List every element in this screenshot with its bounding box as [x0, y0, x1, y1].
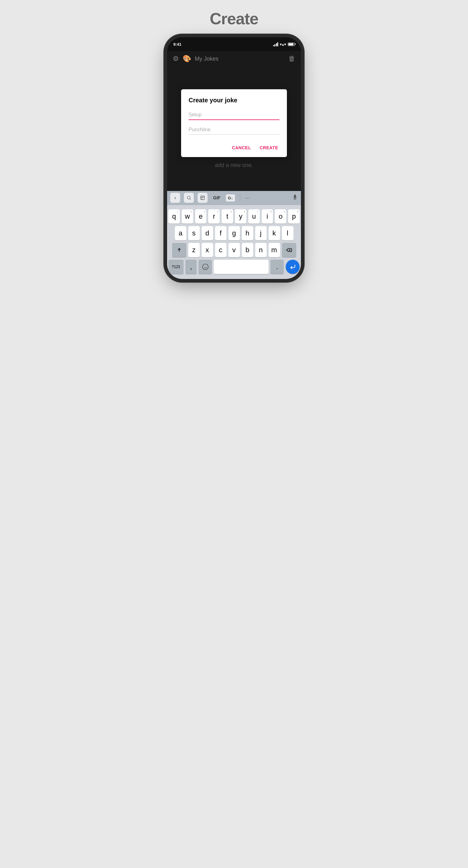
key-c[interactable]: c: [215, 243, 227, 257]
key-x[interactable]: x: [202, 243, 213, 257]
key-b[interactable]: b: [242, 243, 253, 257]
app-header: ⚙ 🎨 My Jokes 🗑: [167, 51, 301, 67]
key-w[interactable]: w2: [182, 209, 193, 224]
key-row-4: ?123 , .: [168, 260, 300, 274]
background-text: add a new one.: [215, 162, 253, 168]
keyboard: q1 w2 e3 r4 t5 y6 u7 i8 o9 p0 a s d f g …: [167, 205, 301, 279]
create-button[interactable]: CREATE: [258, 143, 280, 152]
battery-icon: [288, 42, 295, 46]
status-bar: 9:41 ▾▴▾: [167, 37, 301, 51]
key-t[interactable]: t5: [222, 209, 233, 224]
status-time: 9:41: [173, 42, 181, 46]
key-n[interactable]: n: [255, 243, 267, 257]
punchline-input[interactable]: [188, 125, 280, 135]
key-g[interactable]: g: [228, 226, 240, 240]
shift-key[interactable]: [172, 243, 186, 257]
svg-point-6: [202, 264, 208, 270]
key-h[interactable]: h: [242, 226, 253, 240]
svg-rect-2: [201, 196, 204, 200]
key-u[interactable]: u7: [248, 209, 260, 224]
key-d[interactable]: d: [202, 226, 213, 240]
space-key[interactable]: [214, 260, 268, 274]
key-p[interactable]: p0: [288, 209, 300, 224]
keyboard-rows: q1 w2 e3 r4 t5 y6 u7 i8 o9 p0 a s d f g …: [167, 208, 301, 278]
key-f[interactable]: f: [215, 226, 227, 240]
dialog-title: Create your joke: [188, 97, 280, 104]
key-v[interactable]: v: [228, 243, 240, 257]
app-title: My Jokes: [195, 56, 285, 62]
page-title: Create: [210, 9, 258, 28]
key-j[interactable]: j: [255, 226, 267, 240]
palette-icon[interactable]: 🎨: [183, 55, 191, 63]
key-q[interactable]: q1: [168, 209, 180, 224]
keyboard-toolbar: ‹ GIF G↓ ···: [167, 191, 301, 205]
key-row-1: q1 w2 e3 r4 t5 y6 u7 i8 o9 p0: [168, 209, 300, 224]
key-r[interactable]: r4: [208, 209, 220, 224]
keyboard-translate-button[interactable]: G↓: [226, 194, 235, 202]
dialog-actions: CANCEL CREATE: [188, 141, 280, 152]
key-o[interactable]: o9: [275, 209, 286, 224]
key-i[interactable]: i8: [262, 209, 273, 224]
wifi-icon: ▾▴▾: [280, 42, 286, 46]
signal-icon: [273, 42, 279, 46]
keyboard-gif-button[interactable]: GIF: [211, 194, 222, 202]
cancel-button[interactable]: CANCEL: [231, 143, 252, 152]
enter-key[interactable]: [286, 260, 300, 274]
key-k[interactable]: k: [268, 226, 280, 240]
trash-icon[interactable]: 🗑: [289, 55, 295, 63]
phone-frame: 9:41 ▾▴▾ ⚙ 🎨 My Jokes 🗑 Create your joke: [167, 37, 301, 279]
settings-icon[interactable]: ⚙: [173, 55, 179, 63]
svg-point-0: [187, 196, 190, 199]
comma-key[interactable]: ,: [185, 260, 197, 274]
keyboard-more-button[interactable]: ···: [245, 195, 250, 201]
numbers-key[interactable]: ?123: [168, 260, 183, 274]
keyboard-back-button[interactable]: ‹: [170, 193, 180, 203]
status-icons: ▾▴▾: [273, 42, 295, 46]
key-row-3: z x c v b n m: [168, 243, 300, 257]
app-content: Create your joke CANCEL CREATE add a new…: [167, 67, 301, 191]
key-row-2: a s d f g h j k l: [168, 226, 300, 240]
key-s[interactable]: s: [188, 226, 200, 240]
keyboard-search-button[interactable]: [184, 193, 194, 203]
key-a[interactable]: a: [175, 226, 186, 240]
svg-line-1: [190, 199, 191, 200]
period-key[interactable]: .: [270, 260, 284, 274]
key-e[interactable]: e3: [195, 209, 207, 224]
backspace-key[interactable]: [282, 243, 296, 257]
emoji-key[interactable]: [199, 260, 212, 274]
keyboard-sticker-button[interactable]: [198, 193, 208, 203]
key-l[interactable]: l: [282, 226, 293, 240]
key-m[interactable]: m: [268, 243, 280, 257]
notch: [212, 37, 256, 46]
create-joke-dialog: Create your joke CANCEL CREATE: [181, 89, 287, 157]
key-y[interactable]: y6: [235, 209, 246, 224]
setup-input[interactable]: [188, 110, 280, 120]
key-z[interactable]: z: [188, 243, 200, 257]
keyboard-mic-button[interactable]: [292, 194, 298, 202]
